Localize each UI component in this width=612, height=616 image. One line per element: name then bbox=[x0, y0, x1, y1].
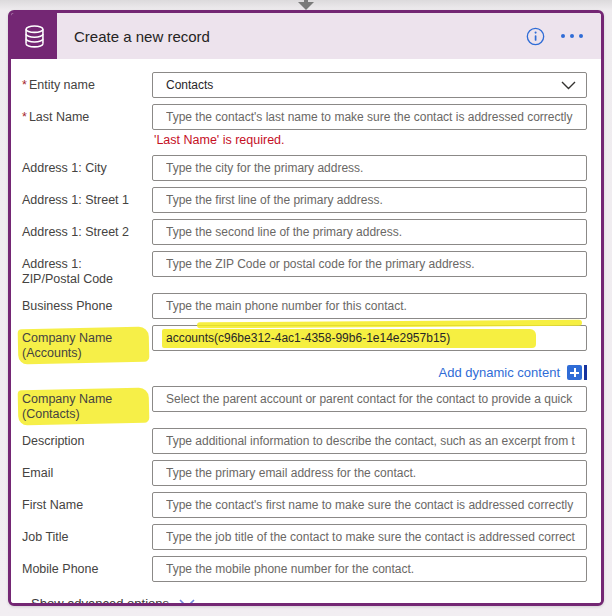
field-label: Description bbox=[22, 428, 152, 449]
header-actions bbox=[525, 26, 601, 46]
field-row-first-name: First Name bbox=[22, 492, 587, 518]
field-label: Email bbox=[22, 460, 152, 481]
field-label: Address 1: Street 2 bbox=[22, 219, 152, 240]
chevron-down-icon bbox=[179, 599, 195, 607]
validation-error: 'Last Name' is required. bbox=[154, 133, 587, 147]
field-row-address1-street2: Address 1: Street 2 bbox=[22, 219, 587, 245]
address1-street1-input[interactable] bbox=[152, 187, 587, 213]
highlight-annotation bbox=[197, 320, 582, 329]
field-row-last-name: *Last Name bbox=[22, 104, 587, 130]
field-label: Address 1: ZIP/Postal Code bbox=[22, 251, 152, 287]
action-card-create-a-new-record: Create a new record *Entity name bbox=[8, 10, 604, 606]
more-options-icon[interactable] bbox=[559, 30, 585, 42]
required-asterisk: * bbox=[22, 110, 27, 124]
flow-canvas: Create a new record *Entity name bbox=[0, 0, 612, 616]
address1-city-input[interactable] bbox=[152, 155, 587, 181]
field-label: Company Name (Contacts) bbox=[22, 386, 152, 422]
card-body: *Entity name Contacts *Last Name 'Last N… bbox=[11, 59, 601, 606]
first-name-input[interactable] bbox=[152, 492, 587, 518]
field-row-address1-street1: Address 1: Street 1 bbox=[22, 187, 587, 213]
business-phone-input[interactable] bbox=[152, 293, 587, 319]
company-name-accounts-input[interactable]: accounts(c96be312-4ac1-4358-99b6-1e14e29… bbox=[152, 325, 587, 351]
field-label: First Name bbox=[22, 492, 152, 513]
field-row-description: Description bbox=[22, 428, 587, 454]
add-dynamic-content-row: Add dynamic content bbox=[22, 365, 587, 380]
chevron-down-icon bbox=[561, 81, 576, 90]
dynamic-content-cursor-bar bbox=[584, 365, 587, 380]
card-title: Create a new record bbox=[74, 28, 525, 45]
field-label: Address 1: City bbox=[22, 155, 152, 176]
field-row-business-phone: Business Phone bbox=[22, 293, 587, 319]
address1-zip-input[interactable] bbox=[152, 251, 587, 277]
required-asterisk: * bbox=[22, 78, 27, 92]
job-title-input[interactable] bbox=[152, 524, 587, 550]
field-label: *Entity name bbox=[22, 72, 152, 93]
dataverse-database-icon bbox=[11, 13, 57, 59]
field-row-address1-city: Address 1: City bbox=[22, 155, 587, 181]
address1-street2-input[interactable] bbox=[152, 219, 587, 245]
company-name-accounts-value: accounts(c96be312-4ac1-4358-99b6-1e14e29… bbox=[162, 329, 536, 348]
entity-name-dropdown[interactable]: Contacts bbox=[152, 72, 587, 98]
field-row-company-name-accounts: Company Name (Accounts) accounts(c96be31… bbox=[22, 325, 587, 361]
highlight-annotation: Company Name (Contacts) bbox=[22, 392, 142, 422]
highlight-annotation: Company Name (Accounts) bbox=[22, 331, 142, 361]
show-advanced-options-toggle[interactable]: Show advanced options bbox=[31, 596, 587, 606]
description-input[interactable] bbox=[152, 428, 587, 454]
mobile-phone-input[interactable] bbox=[152, 556, 587, 582]
field-row-email: Email bbox=[22, 460, 587, 486]
connector-arrow-icon bbox=[298, 0, 314, 10]
add-dynamic-content-plus-icon[interactable] bbox=[567, 365, 582, 380]
email-input[interactable] bbox=[152, 460, 587, 486]
field-label: Mobile Phone bbox=[22, 556, 152, 577]
card-header[interactable]: Create a new record bbox=[11, 13, 601, 59]
field-row-address1-zip: Address 1: ZIP/Postal Code bbox=[22, 251, 587, 287]
last-name-input[interactable] bbox=[152, 104, 587, 130]
field-label: Address 1: Street 1 bbox=[22, 187, 152, 208]
info-icon[interactable] bbox=[525, 26, 545, 46]
field-row-entity-name: *Entity name Contacts bbox=[22, 72, 587, 98]
field-label: Business Phone bbox=[22, 293, 152, 314]
field-row-company-name-contacts: Company Name (Contacts) bbox=[22, 386, 587, 422]
field-label: Company Name (Accounts) bbox=[22, 325, 152, 361]
field-row-mobile-phone: Mobile Phone bbox=[22, 556, 587, 582]
field-label: Job Title bbox=[22, 524, 152, 545]
field-row-job-title: Job Title bbox=[22, 524, 587, 550]
company-name-contacts-input[interactable] bbox=[152, 386, 587, 412]
field-label: *Last Name bbox=[22, 104, 152, 125]
entity-name-value: Contacts bbox=[166, 78, 553, 92]
show-advanced-options-label: Show advanced options bbox=[31, 596, 169, 606]
add-dynamic-content-link[interactable]: Add dynamic content bbox=[439, 365, 560, 380]
